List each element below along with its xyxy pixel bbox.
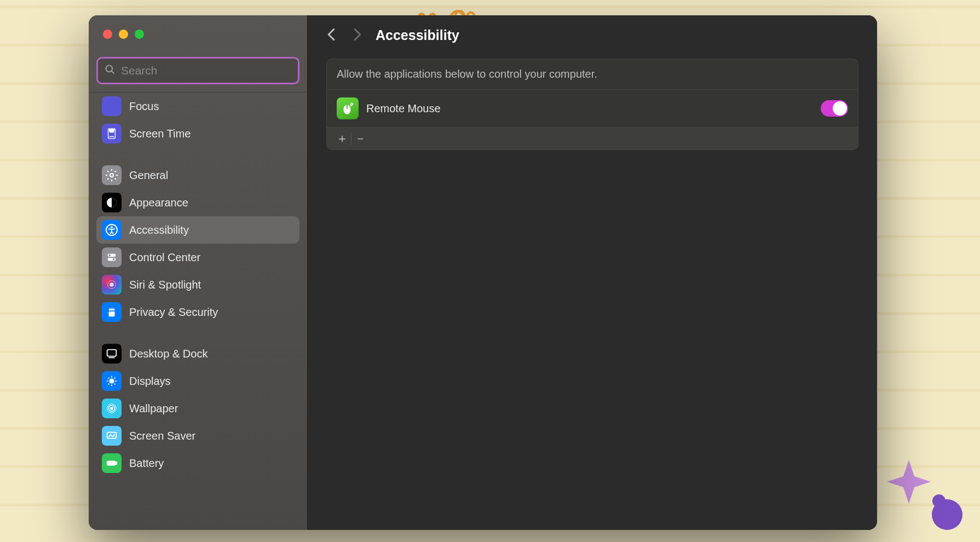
content-header: Accessibility [308,15,877,55]
focus-icon [102,96,122,116]
wallpaper-icon [102,399,122,418]
sidebar-group-0: Focus Screen Time [89,93,307,160]
sidebar: Focus Screen Time General [89,15,308,530]
sidebar-item-focus[interactable]: Focus [96,93,299,120]
sidebar-item-label: Battery [129,457,164,470]
siri-icon [102,275,122,295]
accessibility-icon [102,220,122,240]
sidebar-item-siri[interactable]: Siri & Spotlight [96,271,299,298]
screentime-icon [102,124,122,143]
svg-rect-31 [116,462,117,464]
sidebar-item-label: Accessibility [129,224,189,237]
sidebar-item-label: Appearance [129,197,188,209]
svg-point-17 [109,378,114,383]
remote-mouse-app-icon [337,97,359,119]
appearance-icon [102,193,122,212]
close-window-button[interactable] [103,30,112,39]
sidebar-item-screentime[interactable]: Screen Time [96,120,299,147]
svg-line-24 [108,384,109,385]
svg-point-3 [106,66,113,72]
sidebar-item-label: Control Center [129,251,200,264]
svg-line-23 [114,384,116,385]
page-title: Accessibility [376,27,459,43]
app-name: Remote Mouse [366,102,813,115]
sidebar-item-label: Displays [129,375,171,388]
svg-line-25 [114,378,116,379]
svg-point-14 [109,282,113,286]
sidebar-item-label: Siri & Spotlight [129,279,201,291]
svg-point-12 [113,258,115,261]
search-input[interactable] [121,64,291,77]
svg-point-11 [109,255,111,257]
sidebar-item-controlcenter[interactable]: Control Center [96,244,299,271]
app-row-remote-mouse[interactable]: Remote Mouse [327,90,858,128]
controlcenter-icon [102,247,122,267]
back-button[interactable] [326,28,336,43]
svg-point-26 [110,407,113,410]
app-toggle-remote-mouse[interactable] [821,100,848,117]
search-container [89,54,307,92]
accessibility-panel: Allow the applications below to control … [326,59,858,150]
sidebar-group-2: Desktop & Dock Displays Wallpaper [89,339,307,490]
svg-line-22 [108,378,109,379]
svg-line-4 [112,71,114,74]
sidebar-item-general[interactable]: General [96,162,299,189]
sidebar-item-label: Screen Time [129,128,191,140]
remove-app-button[interactable]: － [351,131,369,146]
sidebar-item-battery[interactable]: Battery [96,449,299,477]
desktop-icon [102,344,122,364]
sidebar-item-label: Desktop & Dock [129,348,207,360]
sidebar-item-desktop[interactable]: Desktop & Dock [96,340,299,367]
nav-arrows [326,28,362,43]
sidebar-item-appearance[interactable]: Appearance [96,189,299,216]
add-app-button[interactable]: ＋ [333,131,351,146]
sidebar-group-1: General Appearance Accessibility [89,160,307,339]
sidebar-item-displays[interactable]: Displays [96,367,299,395]
sidebar-item-privacy[interactable]: Privacy & Security [96,298,299,326]
traffic-lights [89,15,307,54]
sidebar-item-label: Screen Saver [129,430,195,442]
general-icon [102,165,122,185]
sidebar-item-wallpaper[interactable]: Wallpaper [96,395,299,422]
sidebar-item-label: General [129,169,168,182]
sidebar-item-label: Wallpaper [129,402,178,415]
sidebar-item-screensaver[interactable]: Screen Saver [96,422,299,449]
minimize-window-button[interactable] [119,30,128,39]
content-pane: Accessibility Allow the applications bel… [308,15,877,530]
sidebar-item-accessibility[interactable]: Accessibility [96,216,299,244]
screensaver-icon [102,426,122,446]
search-box[interactable] [96,57,299,84]
forward-button[interactable] [353,28,362,43]
battery-icon [102,453,122,473]
privacy-icon [102,302,122,322]
svg-rect-15 [107,350,117,356]
search-icon [105,64,116,77]
sidebar-item-label: Focus [129,100,159,113]
panel-description: Allow the applications below to control … [327,59,858,90]
sidebar-item-label: Privacy & Security [129,306,218,319]
panel-footer: ＋ － [327,128,858,149]
svg-rect-30 [107,461,116,465]
displays-icon [102,371,122,391]
settings-window: Focus Screen Time General [89,15,877,530]
svg-point-8 [111,226,113,228]
svg-point-5 [110,174,113,177]
zoom-window-button[interactable] [135,30,144,39]
toggle-knob [833,101,847,116]
sidebar-list: Focus Screen Time General [89,92,307,530]
